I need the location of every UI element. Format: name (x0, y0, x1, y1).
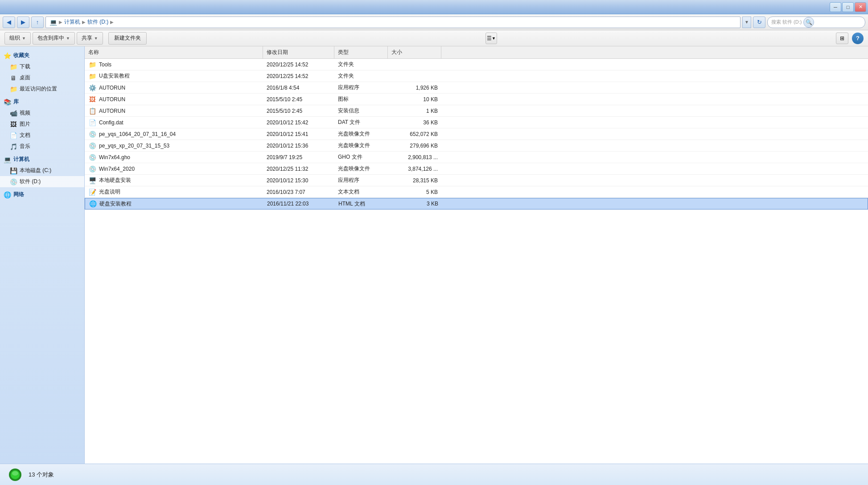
layout-button[interactable]: ⊞ (836, 33, 848, 44)
table-row[interactable]: 📝 光盘说明 2016/10/23 7:07 文本文档 5 KB (85, 186, 868, 198)
path-dropdown[interactable]: ▼ (742, 16, 751, 28)
file-cell-date: 2015/5/10 2:45 (263, 94, 334, 105)
layout-icon: ⊞ (840, 35, 844, 41)
table-row[interactable]: 💿 pe_yqs_1064_20_07_31_16_04 2020/10/12 … (85, 128, 868, 140)
file-cell-date: 2019/9/7 19:25 (263, 152, 334, 163)
view-toggle-button[interactable]: ☰ ▼ (485, 33, 497, 44)
file-cell-date: 2020/12/25 14:52 (263, 70, 334, 82)
table-row[interactable]: 🖥️ 本地硬盘安装 2020/10/12 15:30 应用程序 28,315 K… (85, 175, 868, 186)
minimize-button[interactable]: ─ (830, 2, 841, 12)
maximize-button[interactable]: □ (842, 2, 854, 12)
file-cell-name: 📝 光盘说明 (85, 186, 263, 197)
refresh-button[interactable]: ↻ (753, 16, 765, 28)
file-icon: 📁 (88, 61, 96, 69)
include-library-button[interactable]: 包含到库中 ▼ (33, 32, 75, 45)
file-cell-name: 🖥️ 本地硬盘安装 (85, 175, 263, 186)
close-button[interactable]: ✕ (855, 2, 866, 12)
sidebar-section-computer: 💻 计算机 💾 本地磁盘 (C:) 💿 软件 (D:) (0, 154, 84, 187)
file-name: Win7x64_2020 (99, 166, 135, 172)
sidebar-item-videos[interactable]: 📹 视频 (0, 107, 84, 119)
file-cell-type: 光盘映像文件 (334, 128, 388, 140)
file-cell-type: 光盘映像文件 (334, 163, 388, 174)
file-name: AUTORUN (99, 85, 125, 91)
table-row[interactable]: 📋 AUTORUN 2015/5/10 2:45 安装信息 1 KB (85, 105, 868, 117)
table-row[interactable]: 💿 pe_yqs_xp_20_07_31_15_53 2020/10/12 15… (85, 140, 868, 152)
sidebar-header-favorites[interactable]: ⭐ 收藏夹 (0, 50, 84, 61)
back-button[interactable]: ◀ (3, 16, 15, 28)
forward-button[interactable]: ▶ (17, 16, 29, 28)
file-name: 硬盘安装教程 (99, 200, 132, 208)
table-row[interactable]: 💿 Win7x64_2020 2020/12/25 11:32 光盘映像文件 3… (85, 163, 868, 175)
up-button[interactable]: ↑ (31, 16, 44, 28)
file-cell-type: HTML 文档 (335, 198, 388, 209)
file-name: Config.dat (99, 119, 123, 126)
sidebar-item-desktop[interactable]: 🖥 桌面 (0, 72, 84, 83)
table-row[interactable]: 📁 Tools 2020/12/25 14:52 文件夹 (85, 59, 868, 70)
file-cell-size: 2,900,813 ... (388, 152, 441, 163)
table-row[interactable]: 📁 U盘安装教程 2020/12/25 14:52 文件夹 (85, 70, 868, 82)
file-cell-name: 📄 Config.dat (85, 117, 263, 128)
search-placeholder: 搜索 软件 (D:) (771, 19, 802, 25)
recent-icon: 📁 (10, 86, 17, 93)
new-folder-button[interactable]: 新建文件夹 (108, 32, 147, 45)
organize-button[interactable]: 组织 ▼ (4, 32, 31, 45)
path-drive[interactable]: 软件 (D:) (87, 18, 108, 26)
share-button[interactable]: 共享 ▼ (77, 32, 103, 45)
sidebar-header-network[interactable]: 🌐 网络 (0, 189, 84, 200)
table-row[interactable]: 🌐 硬盘安装教程 2016/11/21 22:03 HTML 文档 3 KB (85, 198, 868, 210)
search-button[interactable]: 🔍 (803, 17, 814, 28)
file-cell-size (388, 70, 441, 82)
file-cell-type: 文件夹 (334, 70, 388, 82)
file-cell-size: 3 KB (388, 198, 442, 209)
main-area: ⭐ 收藏夹 📁 下载 🖥 桌面 📁 最近访问的位置 📚 库 (0, 46, 868, 464)
col-header-date[interactable]: 修改日期 (263, 46, 334, 58)
sidebar-section-network: 🌐 网络 (0, 189, 84, 200)
file-cell-date: 2020/12/25 11:32 (263, 163, 334, 174)
file-cell-date: 2016/10/23 7:07 (263, 186, 334, 197)
sidebar-item-pictures[interactable]: 🖼 图片 (0, 119, 84, 130)
svg-point-2 (12, 471, 18, 476)
sidebar-item-local-d[interactable]: 💿 软件 (D:) (0, 176, 84, 187)
file-cell-date: 2020/10/12 15:42 (263, 117, 334, 128)
path-computer[interactable]: 计算机 (64, 18, 80, 26)
file-cell-name: 💿 Win7x64.gho (85, 152, 263, 163)
pictures-icon: 🖼 (10, 121, 17, 128)
file-cell-name: 🖼 AUTORUN (85, 94, 263, 105)
statusbar-icon (7, 467, 23, 483)
file-cell-size: 5 KB (388, 186, 441, 197)
sidebar-item-documents[interactable]: 📄 文档 (0, 130, 84, 141)
table-row[interactable]: ⚙️ AUTORUN 2016/1/8 4:54 应用程序 1,926 KB (85, 82, 868, 94)
col-header-size[interactable]: 大小 (388, 46, 441, 58)
favorites-label: 收藏夹 (13, 52, 29, 59)
file-name: AUTORUN (99, 108, 125, 114)
view-icon: ☰ (487, 35, 492, 41)
table-row[interactable]: 💿 Win7x64.gho 2019/9/7 19:25 GHO 文件 2,90… (85, 152, 868, 163)
table-row[interactable]: 🖼 AUTORUN 2015/5/10 2:45 图标 10 KB (85, 94, 868, 105)
file-cell-type: 文件夹 (334, 59, 388, 70)
help-button[interactable]: ? (852, 33, 864, 44)
file-cell-name: 💿 pe_yqs_xp_20_07_31_15_53 (85, 140, 263, 151)
file-cell-size: 28,315 KB (388, 175, 441, 186)
col-header-type[interactable]: 类型 (334, 46, 388, 58)
sidebar-item-downloads[interactable]: 📁 下载 (0, 61, 84, 72)
sidebar-header-computer[interactable]: 💻 计算机 (0, 154, 84, 165)
sidebar-item-music[interactable]: 🎵 音乐 (0, 141, 84, 152)
file-icon: 💿 (88, 142, 96, 150)
address-path[interactable]: 💻 ▶ 计算机 ▶ 软件 (D:) ▶ (45, 16, 740, 28)
col-header-name[interactable]: 名称 (85, 46, 263, 58)
sidebar-section-favorites: ⭐ 收藏夹 📁 下载 🖥 桌面 📁 最近访问的位置 (0, 50, 84, 95)
file-cell-size: 10 KB (388, 94, 441, 105)
file-name: Win7x64.gho (99, 154, 130, 160)
sidebar: ⭐ 收藏夹 📁 下载 🖥 桌面 📁 最近访问的位置 📚 库 (0, 46, 85, 464)
file-icon: 📄 (88, 119, 96, 127)
file-icon: 📋 (88, 107, 96, 115)
sidebar-item-recent[interactable]: 📁 最近访问的位置 (0, 83, 84, 95)
sidebar-header-library[interactable]: 📚 库 (0, 96, 84, 107)
new-folder-label: 新建文件夹 (114, 34, 141, 42)
sidebar-item-local-c[interactable]: 💾 本地磁盘 (C:) (0, 165, 84, 176)
table-row[interactable]: 📄 Config.dat 2020/10/12 15:42 DAT 文件 36 … (85, 117, 868, 128)
file-cell-date: 2016/11/21 22:03 (263, 198, 335, 209)
file-cell-size: 3,874,126 ... (388, 163, 441, 174)
file-cell-type: 应用程序 (334, 82, 388, 93)
file-icon: ⚙️ (88, 84, 96, 92)
